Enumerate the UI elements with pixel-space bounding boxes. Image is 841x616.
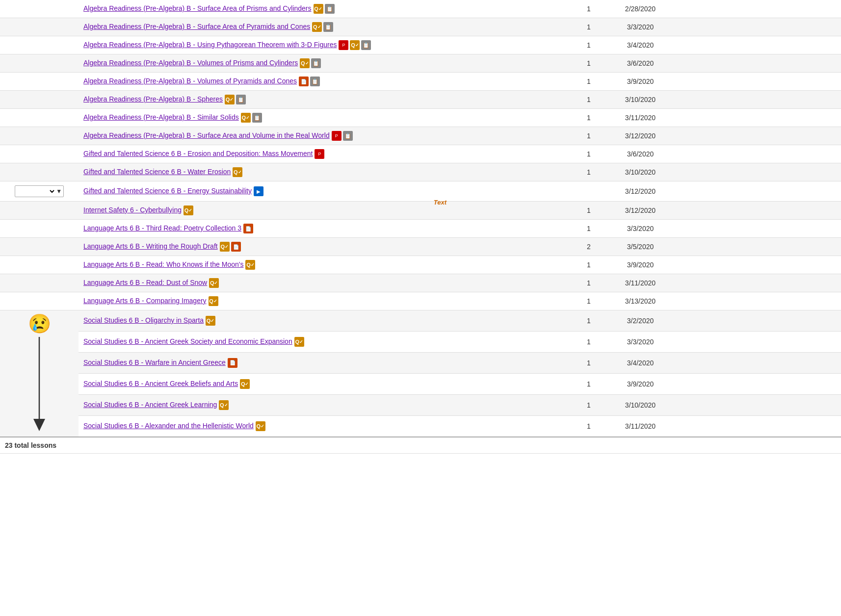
footer-row: 23 total lessons (0, 437, 841, 454)
row-extra-cell (672, 373, 841, 394)
row-title-cell: Social Studies 6 B - Ancient Greek Learn… (79, 394, 569, 415)
lesson-link[interactable]: Social Studies 6 B - Ancient Greek Belie… (83, 380, 238, 387)
row-extra-cell (672, 181, 841, 202)
table-row: Social Studies 6 B - Warfare in Ancient … (0, 352, 841, 373)
lesson-link[interactable]: Algebra Readiness (Pre-Algebra) B - Sphe… (83, 95, 223, 103)
row-count-cell: 1 (569, 145, 608, 163)
row-action-icons: Q✓📄 (220, 242, 241, 252)
row-action-icons: 📄 (243, 224, 253, 233)
lesson-link[interactable]: Internet Safety 6 - Cyberbullying (83, 206, 182, 214)
lesson-link[interactable]: Language Arts 6 B - Writing the Rough Dr… (83, 242, 218, 250)
doc-icon: 📄 (243, 224, 253, 233)
row-action-icons: Q✓📋 (312, 22, 333, 32)
row-extra-cell (672, 331, 841, 352)
table-row: Gifted and Talented Science 6 B - Water … (0, 163, 841, 181)
row-extra-cell (672, 352, 841, 373)
lesson-link[interactable]: Algebra Readiness (Pre-Algebra) B - Volu… (83, 77, 297, 85)
row-title-cell: Social Studies 6 B - Ancient Greek Socie… (79, 331, 569, 352)
row-action-icons: Q✓ (206, 316, 215, 326)
row-date-cell: 3/11/2020 (608, 415, 672, 437)
row-title-cell: Language Arts 6 B - Read: Who Knows if t… (79, 256, 569, 274)
row-icon-cell (0, 202, 79, 220)
lesson-link[interactable]: Algebra Readiness (Pre-Algebra) B - Surf… (83, 131, 330, 139)
row-title-cell: Gifted and Talented Science 6 B - Energy… (79, 181, 569, 202)
doc-icon: 📄 (228, 358, 237, 368)
row-date-cell: 3/9/2020 (608, 373, 672, 394)
quiz-icon: Q✓ (300, 58, 310, 68)
lesson-link[interactable]: Gifted and Talented Science 6 B - Energy… (83, 187, 252, 195)
lesson-link[interactable]: Algebra Readiness (Pre-Algebra) B - Simi… (83, 113, 239, 121)
row-icon-cell (0, 109, 79, 127)
row-title-cell: Algebra Readiness (Pre-Algebra) B - Usin… (79, 36, 569, 54)
row-count-cell: 1 (569, 352, 608, 373)
row-action-icons: ▶ (254, 186, 263, 196)
page-wrapper: Algebra Readiness (Pre-Algebra) B - Surf… (0, 0, 841, 616)
total-lessons-label: 23 total lessons (0, 437, 841, 454)
quiz-icon: Q✓ (294, 337, 304, 347)
quiz-icon: Q✓ (219, 400, 229, 410)
table-row: Language Arts 6 B - Third Read: Poetry C… (0, 220, 841, 238)
lesson-link[interactable]: Algebra Readiness (Pre-Algebra) B - Volu… (83, 59, 298, 67)
select-arrow-icon: ▼ (56, 188, 63, 195)
lesson-link[interactable]: Gifted and Talented Science 6 B - Water … (83, 168, 231, 176)
quiz-icon: Q✓ (241, 113, 251, 123)
lesson-link[interactable]: Language Arts 6 B - Third Read: Poetry C… (83, 224, 241, 232)
row-count-cell: 1 (569, 163, 608, 181)
row-date-cell: 3/11/2020 (608, 109, 672, 127)
lesson-link[interactable]: Social Studies 6 B - Alexander and the H… (83, 422, 254, 430)
table-row: Language Arts 6 B - Read: Who Knows if t… (0, 256, 841, 274)
row-extra-cell (672, 36, 841, 54)
lesson-link[interactable]: Social Studies 6 B - Ancient Greek Socie… (83, 337, 292, 345)
lesson-link[interactable]: Algebra Readiness (Pre-Algebra) B - Surf… (83, 4, 312, 12)
lesson-link[interactable]: Algebra Readiness (Pre-Algebra) B - Usin… (83, 41, 337, 49)
lesson-link[interactable]: Language Arts 6 B - Read: Who Knows if t… (83, 260, 243, 268)
lesson-link[interactable]: Language Arts 6 B - Read: Dust of Snow (83, 279, 207, 286)
row-icon-cell (0, 127, 79, 145)
lesson-link[interactable]: Language Arts 6 B - Comparing Imagery (83, 297, 207, 305)
row-action-icons: Q✓📋 (314, 4, 335, 14)
row-action-icons: Q✓ (209, 278, 219, 288)
table-row: Algebra Readiness (Pre-Algebra) B - Surf… (0, 18, 841, 36)
row-action-icons: PQ✓📋 (339, 40, 371, 50)
score-select-wrapper[interactable]: ▼ (15, 185, 64, 197)
row-extra-cell (672, 109, 841, 127)
lesson-link[interactable]: Social Studies 6 B - Ancient Greek Learn… (83, 401, 217, 409)
quiz-icon: Q✓ (209, 296, 218, 306)
row-date-cell: 3/4/2020 (608, 352, 672, 373)
quiz-icon: Q✓ (245, 260, 255, 270)
row-action-icons: Q✓ (184, 205, 193, 215)
row-title-cell: Language Arts 6 B - Writing the Rough Dr… (79, 238, 569, 256)
table-row: Social Studies 6 B - Ancient Greek Belie… (0, 373, 841, 394)
table-row: Social Studies 6 B - Ancient Greek Learn… (0, 394, 841, 415)
row-title-cell: Language Arts 6 B - Comparing ImageryQ✓ (79, 292, 569, 310)
row-extra-cell (672, 202, 841, 220)
row-date-cell: 3/12/2020 (608, 127, 672, 145)
pdf-icon: P (315, 149, 324, 159)
row-action-icons: 📄📋 (299, 77, 320, 86)
row-date-cell: 3/2/2020 (608, 310, 672, 332)
table-row: Social Studies 6 B - Ancient Greek Socie… (0, 331, 841, 352)
table-row: Social Studies 6 B - Alexander and the H… (0, 415, 841, 437)
assign-icon: 📋 (310, 77, 320, 86)
row-count-cell (569, 181, 608, 202)
lesson-link[interactable]: Social Studies 6 B - Oligarchy in Sparta (83, 316, 204, 324)
row-date-cell: 3/6/2020 (608, 145, 672, 163)
score-select[interactable] (15, 187, 56, 196)
lesson-link[interactable]: Gifted and Talented Science 6 B - Erosio… (83, 150, 313, 157)
assign-icon: 📋 (252, 113, 262, 123)
row-count-cell: 1 (569, 331, 608, 352)
table-row: Language Arts 6 B - Writing the Rough Dr… (0, 238, 841, 256)
row-date-cell: 3/13/2020 (608, 292, 672, 310)
table-row: Algebra Readiness (Pre-Algebra) B - Sphe… (0, 91, 841, 109)
row-count-cell: 1 (569, 310, 608, 332)
row-extra-cell (672, 127, 841, 145)
row-count-cell: 1 (569, 54, 608, 73)
row-extra-cell (672, 394, 841, 415)
table-row: 😢 Social Studies 6 B - Oligarchy in Spar… (0, 310, 841, 332)
assign-icon: 📋 (325, 4, 335, 14)
lesson-link[interactable]: Social Studies 6 B - Warfare in Ancient … (83, 359, 226, 366)
row-action-icons: P📋 (332, 131, 353, 141)
row-action-icons: Q✓📋 (241, 113, 262, 123)
lesson-link[interactable]: Algebra Readiness (Pre-Algebra) B - Surf… (83, 23, 310, 30)
row-icon-cell (0, 54, 79, 73)
